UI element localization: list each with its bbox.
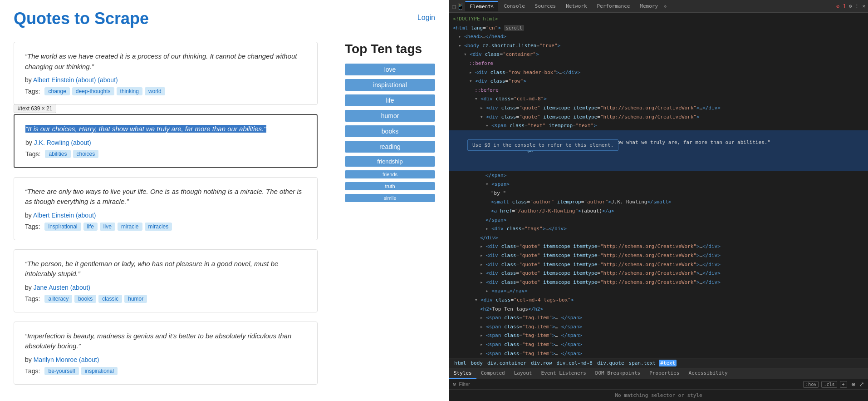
tab-elements[interactable]: Elements [465, 1, 498, 11]
dom-line-html[interactable]: <html lang="en"> scroll [449, 24, 868, 33]
quote-author-5[interactable]: Marilyn Monroe [34, 356, 77, 363]
breadcrumb-container[interactable]: div.container [486, 360, 528, 366]
dom-line-quote-5[interactable]: ▸ <div class="quote" itemscope itemtype=… [449, 260, 868, 269]
tag-thinking[interactable]: thinking [117, 87, 142, 95]
tag-love[interactable]: love [345, 64, 435, 75]
filter-add-btn[interactable]: + [840, 381, 847, 388]
tab-memory[interactable]: Memory [635, 1, 662, 11]
tag-humor[interactable]: humor [124, 295, 147, 303]
tag-world[interactable]: world [145, 87, 165, 95]
dom-line-quote-4[interactable]: ▸ <div class="quote" itemscope itemtype=… [449, 251, 868, 260]
dom-line-before-2[interactable]: ::before [449, 86, 868, 95]
dom-line-span-close[interactable]: </span> [449, 171, 868, 180]
dom-line-quote-3[interactable]: ▸ <div class="quote" itemscope itemtype=… [449, 242, 868, 251]
dom-line-div-close[interactable]: </div> [449, 233, 868, 243]
tag-books-main[interactable]: books [345, 125, 435, 137]
more-tabs-icon[interactable]: » [663, 3, 667, 10]
quote-about-3[interactable]: (about) [76, 212, 96, 219]
dom-line-container[interactable]: ▾ <div class="container"> [449, 50, 868, 59]
filter-hov-btn[interactable]: :hov [803, 381, 819, 388]
tag-be-yourself[interactable]: be-yourself [44, 367, 78, 375]
dom-line-before-1[interactable]: ::before [449, 59, 868, 68]
tag-inspirational-2[interactable]: inspirational [81, 367, 118, 375]
quote-author-2[interactable]: J.K. Rowling [34, 139, 69, 146]
tag-inspirational-main[interactable]: inspirational [345, 79, 435, 91]
tag-life-main[interactable]: life [345, 94, 435, 106]
quote-about-4[interactable]: (about) [70, 284, 90, 291]
devtools-cursor-icon[interactable]: ⬚ [452, 3, 456, 10]
breadcrumb-quote[interactable]: div.quote [596, 360, 626, 366]
login-link[interactable]: Login [417, 14, 435, 22]
dom-line-tag-5[interactable]: ▸ <span class="tag-item">… </span> [449, 349, 868, 358]
bottom-tab-styles[interactable]: Styles [449, 368, 476, 379]
tag-classic[interactable]: classic [98, 295, 122, 303]
dom-line-nav[interactable]: ▸ <nav>…</nav> [449, 287, 868, 296]
tag-simile-main[interactable]: simile [345, 194, 435, 202]
tag-miracles[interactable]: miracles [145, 223, 172, 231]
bottom-tab-layout[interactable]: Layout [510, 368, 537, 379]
dom-line-tags-div[interactable]: ▸ <div class="tags">…</div> [449, 224, 868, 233]
tag-choices[interactable]: choices [73, 150, 99, 158]
tag-humor-main[interactable]: humor [345, 110, 435, 122]
tag-deep-thoughts[interactable]: deep-thoughts [72, 87, 114, 95]
dom-line-tag-1[interactable]: ▸ <span class="tag-item">… </span> [449, 313, 868, 322]
bottom-tab-event-listeners[interactable]: Event Listeners [536, 368, 590, 379]
dom-line-tag-4[interactable]: ▸ <span class="tag-item">… </span> [449, 340, 868, 349]
dom-line-h2[interactable]: <h2>Top Ten tags</h2> [449, 305, 868, 314]
tag-inspirational[interactable]: inspirational [44, 223, 81, 231]
breadcrumb-text-node[interactable]: #text [659, 360, 677, 366]
tag-friends-main[interactable]: friends [345, 170, 435, 178]
tag-miracle[interactable]: miracle [118, 223, 142, 231]
filter-cls-btn[interactable]: .cls [821, 381, 837, 388]
tab-console[interactable]: Console [499, 1, 529, 11]
dom-line-span-text[interactable]: ▾ <span class="text" itemprop="text"> [449, 121, 868, 130]
bottom-tab-dom-breakpoints[interactable]: DOM Breakpoints [591, 368, 645, 379]
dom-line-doctype[interactable]: <!DOCTYPE html> [449, 15, 868, 24]
devtools-mobile-icon[interactable]: 📱 [456, 3, 464, 10]
dom-line-quote-1[interactable]: ▸ <div class="quote" itemscope itemtype=… [449, 104, 868, 113]
breadcrumb-html[interactable]: html [453, 360, 468, 366]
tag-change[interactable]: change [44, 87, 69, 95]
dom-line-header-box[interactable]: ▸ <div class="row header-box">…</div> [449, 68, 868, 77]
quote-about-5[interactable]: (about) [79, 356, 99, 363]
tab-sources[interactable]: Sources [530, 1, 560, 11]
tab-network[interactable]: Network [561, 1, 591, 11]
expand-icon[interactable]: ⤢ [859, 381, 864, 388]
tag-truth-main[interactable]: truth [345, 182, 435, 190]
tag-reading-main[interactable]: reading [345, 141, 435, 153]
tag-aliteracy[interactable]: aliteracy [44, 295, 72, 303]
quote-author-3[interactable]: Albert Einstein [33, 212, 74, 219]
tag-abilities[interactable]: abilities [45, 150, 70, 158]
breadcrumb-span-text[interactable]: span.text [628, 360, 657, 366]
quote-about-2[interactable]: (about) [71, 139, 91, 146]
dom-line-tag-2[interactable]: ▸ <span class="tag-item">… </span> [449, 322, 868, 332]
dom-line-span-by[interactable]: ▾ <span> [449, 180, 868, 189]
dom-line-by-text[interactable]: "by " [449, 189, 868, 198]
dom-tree[interactable]: <!DOCTYPE html> <html lang="en"> scroll … [449, 13, 868, 358]
quote-author-4[interactable]: Jane Austen [34, 284, 69, 291]
dom-line-quote-2[interactable]: ▾ <div class="quote" itemscope itemtype=… [449, 113, 868, 122]
dom-line-body[interactable]: ▾ <body cz-shortcut-listen="true"> [449, 41, 868, 50]
filter-input[interactable] [459, 381, 800, 387]
breadcrumb-row[interactable]: div.row [530, 360, 553, 366]
tag-live[interactable]: live [100, 223, 115, 231]
quote-author-1[interactable]: Albert Einstein [33, 76, 74, 84]
inspect-add-icon[interactable]: ⊕ [852, 381, 855, 388]
dom-line-span-close-2[interactable]: </span> [449, 216, 868, 225]
settings-icon[interactable]: ⚙ [849, 3, 852, 9]
tag-books[interactable]: books [74, 295, 96, 303]
dom-line-a-about[interactable]: <a href="/author/J-K-Rowling">(about)</a… [449, 207, 868, 216]
dom-line-head[interactable]: ▸ <head>…</head> [449, 32, 868, 41]
bottom-tab-computed[interactable]: Computed [476, 368, 510, 379]
dom-line-tag-3[interactable]: ▸ <span class="tag-item">… </span> [449, 331, 868, 340]
tab-performance[interactable]: Performance [593, 1, 635, 11]
bottom-tab-accessibility[interactable]: Accessibility [684, 368, 732, 379]
dom-line-text-content[interactable]: "It is our choices, Harry, that show wha… [449, 130, 868, 171]
dom-line-col-md-4[interactable]: ▾ <div class="col-md-4 tags-box"> [449, 296, 868, 305]
breadcrumb-body[interactable]: body [470, 360, 485, 366]
dom-line-row[interactable]: ▾ <div class="row"> [449, 77, 868, 86]
tag-friendship-main[interactable]: friendship [345, 156, 435, 167]
dom-line-quote-7[interactable]: ▸ <div class="quote" itemscope itemtype=… [449, 278, 868, 287]
quote-about-1[interactable]: (about) [76, 76, 96, 84]
breadcrumb-col-md-8[interactable]: div.col-md-8 [555, 360, 593, 366]
